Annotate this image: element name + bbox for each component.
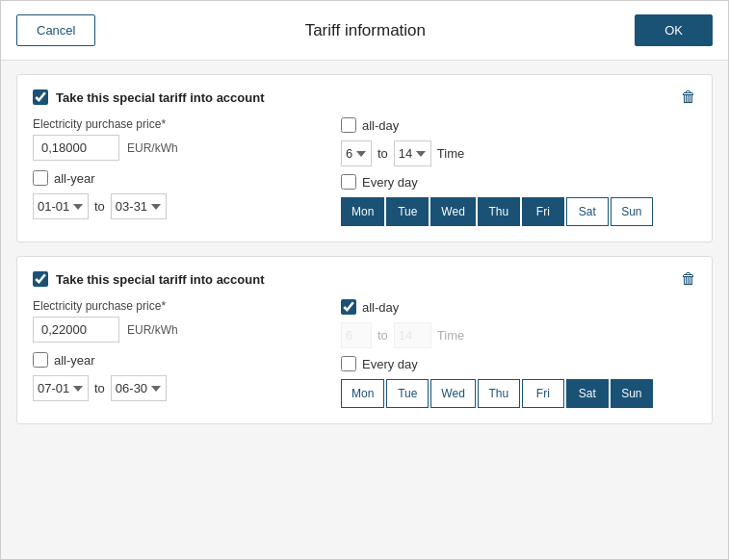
price-input-2[interactable] <box>33 317 119 343</box>
allday-label-1: all-day <box>362 118 399 133</box>
allyear-checkbox-1[interactable] <box>33 170 48 186</box>
day-btn-thu-2[interactable]: Thu <box>478 379 520 408</box>
modal-header: Cancel Tariff information OK <box>1 1 728 61</box>
right-col-2: all-day 6 to 14 Time Every day <box>341 299 696 408</box>
day-btn-wed-1[interactable]: Wed <box>430 197 475 226</box>
day-btn-mon-1[interactable]: Mon <box>341 197 384 226</box>
time-row-2: 6 to 14 Time <box>341 322 696 348</box>
everyday-checkbox-1[interactable] <box>341 174 356 190</box>
day-btn-sat-1[interactable]: Sat <box>566 197 609 226</box>
date-to-select-2[interactable]: 06-30 <box>111 375 167 401</box>
day-btn-sun-2[interactable]: Sun <box>611 379 653 408</box>
time-label-1: Time <box>437 146 464 161</box>
everyday-row-2: Every day <box>341 356 696 371</box>
allyear-label-1: all-year <box>54 171 95 186</box>
to-label-time-1: to <box>378 146 388 161</box>
day-btn-thu-1[interactable]: Thu <box>478 197 520 226</box>
cancel-button[interactable]: Cancel <box>16 14 95 46</box>
date-from-select-2[interactable]: 07-01 <box>33 375 89 401</box>
everyday-label-2: Every day <box>362 357 418 371</box>
date-range-row-2: 07-01 to 06-30 <box>33 375 322 401</box>
allyear-label-2: all-year <box>54 353 95 368</box>
ok-button[interactable]: OK <box>635 14 713 46</box>
time-row-1: 6 to 14 Time <box>341 140 696 166</box>
card-body-1: Electricity purchase price* EUR/kWh all-… <box>33 117 696 226</box>
price-row-2: EUR/kWh <box>33 317 322 343</box>
day-btn-sat-2[interactable]: Sat <box>566 379 609 408</box>
delete-tariff-2-icon[interactable]: 🗑 <box>681 270 696 288</box>
allyear-row-1: all-year <box>33 170 322 186</box>
allday-row-2: all-day <box>341 299 696 315</box>
days-row-1: MonTueWedThuFriSatSun <box>341 197 696 226</box>
price-input-1[interactable] <box>33 135 119 161</box>
card-header-1: Take this special tariff into account 🗑 <box>33 89 696 106</box>
time-from-select-2[interactable]: 6 <box>341 322 372 348</box>
time-to-select-1[interactable]: 14 <box>394 140 431 166</box>
right-col-1: all-day 6 to 14 Time Every day <box>341 117 696 226</box>
everyday-row-1: Every day <box>341 174 696 190</box>
day-btn-sun-1[interactable]: Sun <box>611 197 653 226</box>
tariff-checkbox-2[interactable] <box>33 271 48 287</box>
date-range-row-1: 01-01 to 03-31 <box>33 193 322 219</box>
tariff-checkbox-1[interactable] <box>33 89 48 105</box>
card-title-1: Take this special tariff into account <box>56 90 264 105</box>
day-btn-mon-2[interactable]: Mon <box>341 379 384 408</box>
time-to-select-2[interactable]: 14 <box>394 322 431 348</box>
to-label-date-1: to <box>94 199 105 214</box>
card-header-2: Take this special tariff into account 🗑 <box>33 270 696 288</box>
days-row-2: MonTueWedThuFriSatSun <box>341 379 696 408</box>
modal-body: Take this special tariff into account 🗑 … <box>1 61 728 559</box>
left-col-2: Electricity purchase price* EUR/kWh all-… <box>33 299 322 408</box>
card-body-2: Electricity purchase price* EUR/kWh all-… <box>33 299 696 408</box>
unit-label-2: EUR/kWh <box>127 323 178 337</box>
modal: Cancel Tariff information OK Take this s… <box>0 0 729 560</box>
date-from-select-1[interactable]: 01-01 <box>33 193 89 219</box>
allday-row-1: all-day <box>341 117 696 133</box>
time-from-select-1[interactable]: 6 <box>341 140 372 166</box>
allyear-checkbox-2[interactable] <box>33 352 48 368</box>
day-btn-tue-1[interactable]: Tue <box>386 197 429 226</box>
day-btn-fri-2[interactable]: Fri <box>522 379 564 408</box>
card-title-row-1: Take this special tariff into account <box>33 89 264 105</box>
to-label-time-2: to <box>378 328 388 343</box>
allday-checkbox-2[interactable] <box>341 299 356 315</box>
allday-label-2: all-day <box>362 300 399 315</box>
card-title-2: Take this special tariff into account <box>56 272 264 287</box>
day-btn-fri-1[interactable]: Fri <box>522 197 564 226</box>
unit-label-1: EUR/kWh <box>127 141 178 155</box>
modal-title: Tariff information <box>305 21 426 40</box>
day-btn-wed-2[interactable]: Wed <box>430 379 475 408</box>
price-label-1: Electricity purchase price* <box>33 117 322 131</box>
tariff-card-1: Take this special tariff into account 🗑 … <box>16 74 713 242</box>
delete-tariff-1-icon[interactable]: 🗑 <box>681 89 696 106</box>
everyday-checkbox-2[interactable] <box>341 356 356 371</box>
date-to-select-1[interactable]: 03-31 <box>111 193 167 219</box>
to-label-date-2: to <box>94 381 105 395</box>
left-col-1: Electricity purchase price* EUR/kWh all-… <box>33 117 322 226</box>
time-label-2: Time <box>437 328 464 343</box>
allday-checkbox-1[interactable] <box>341 117 356 133</box>
day-btn-tue-2[interactable]: Tue <box>386 379 429 408</box>
price-row-1: EUR/kWh <box>33 135 322 161</box>
everyday-label-1: Every day <box>362 175 418 190</box>
card-title-row-2: Take this special tariff into account <box>33 271 264 287</box>
tariff-card-2: Take this special tariff into account 🗑 … <box>16 256 713 424</box>
allyear-row-2: all-year <box>33 352 322 368</box>
price-label-2: Electricity purchase price* <box>33 299 322 313</box>
